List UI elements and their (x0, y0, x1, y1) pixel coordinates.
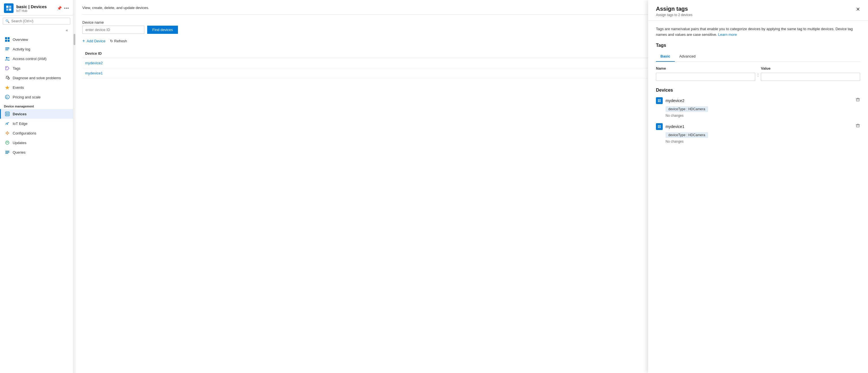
events-icon (5, 85, 10, 90)
sidebar-item-label: Devices (13, 112, 27, 116)
sidebar-item-updates[interactable]: Updates (0, 138, 73, 148)
device-entry-header: mydevice2 (656, 97, 856, 104)
search-input[interactable] (11, 19, 68, 23)
sidebar-item-activity-log[interactable]: Activity log (0, 44, 73, 54)
device-link[interactable]: mydevice2 (85, 61, 103, 65)
device-entry-header: mydevice1 (656, 123, 856, 130)
panel-header: Assign tags Assign tags to 2 devices ✕ (648, 0, 868, 21)
svg-marker-15 (5, 86, 9, 90)
search-icon: 🔍 (5, 19, 9, 23)
sidebar-item-label: Diagnose and solve problems (13, 76, 61, 80)
svg-rect-38 (658, 125, 659, 126)
svg-rect-30 (658, 99, 659, 100)
assign-tags-panel: Assign tags Assign tags to 2 devices ✕ T… (648, 0, 868, 373)
device-delete-button[interactable] (856, 123, 860, 129)
refresh-label: Refresh (114, 39, 127, 43)
svg-rect-9 (5, 49, 9, 49)
sidebar-item-label: Tags (13, 66, 20, 70)
sidebar-item-label: Access control (IAM) (13, 57, 46, 61)
tags-tabs: Basic Advanced (656, 52, 860, 62)
diagnose-icon (5, 75, 10, 80)
pin-icon: 📌 (57, 6, 62, 10)
sidebar-item-overview[interactable]: Overview (0, 35, 73, 44)
svg-point-23 (7, 123, 8, 125)
svg-rect-39 (660, 125, 660, 126)
activity-log-icon (5, 46, 10, 52)
svg-rect-18 (5, 112, 9, 116)
svg-rect-21 (6, 114, 7, 115)
svg-text:$: $ (6, 96, 8, 99)
device-name: mydevice1 (665, 124, 684, 129)
sidebar-item-tags[interactable]: Tags (0, 63, 73, 73)
device-id-input[interactable] (82, 26, 144, 34)
tags-icon (5, 66, 10, 71)
svg-rect-6 (5, 40, 7, 42)
pricing-icon: $ (5, 94, 10, 99)
trash-icon (856, 123, 860, 128)
svg-rect-3 (9, 8, 11, 11)
sidebar: basic | Devices IoT Hub 📌 ••• 🔍 « Overvi… (0, 0, 73, 373)
sidebar-header: basic | Devices IoT Hub 📌 ••• (0, 0, 73, 15)
colon-separator: : (757, 66, 758, 77)
svg-rect-20 (8, 113, 8, 114)
panel-desc-text: Tags are name/value pairs that enable yo… (656, 27, 853, 37)
tag-value-input[interactable] (761, 73, 860, 81)
sidebar-collapse-button[interactable]: « (66, 28, 68, 32)
find-devices-button[interactable]: Find devices (147, 26, 178, 34)
sidebar-pin-area: 📌 ••• (57, 6, 69, 10)
sidebar-item-queries[interactable]: Queries (0, 148, 73, 157)
sidebar-item-devices[interactable]: Devices (0, 109, 73, 119)
add-device-button[interactable]: + Add Device (82, 38, 105, 43)
svg-rect-8 (5, 48, 9, 48)
sidebar-item-label: Events (13, 86, 24, 90)
svg-rect-5 (8, 37, 9, 39)
tags-section-title: Tags (656, 43, 860, 48)
svg-rect-7 (8, 40, 9, 42)
device-entry: mydevice1 deviceType : HDCamera No chang… (656, 123, 860, 144)
svg-rect-0 (6, 6, 8, 8)
svg-rect-22 (8, 114, 8, 115)
sidebar-item-access-control[interactable]: Access control (IAM) (0, 54, 73, 63)
svg-point-12 (8, 57, 9, 58)
iot-edge-icon (5, 121, 10, 126)
device-delete-button[interactable] (856, 97, 860, 103)
sidebar-item-events[interactable]: Events (0, 83, 73, 92)
tab-basic[interactable]: Basic (656, 52, 675, 62)
tab-advanced[interactable]: Advanced (675, 52, 700, 62)
learn-more-link[interactable]: Learn more (718, 32, 737, 37)
panel-close-button[interactable]: ✕ (856, 6, 860, 12)
device-no-changes: No changes (665, 114, 856, 118)
sidebar-title-block: basic | Devices IoT Hub (17, 4, 47, 12)
sidebar-resource-subtitle: IoT Hub (17, 9, 47, 12)
queries-icon (5, 150, 10, 155)
sidebar-item-diagnose[interactable]: Diagnose and solve problems (0, 73, 73, 83)
sidebar-item-label: Pricing and scale (13, 95, 41, 99)
svg-rect-1 (9, 6, 11, 8)
access-control-icon (5, 56, 10, 61)
sidebar-resource-title: basic | Devices (17, 4, 47, 9)
device-tag-badge: deviceType : HDCamera (665, 132, 708, 138)
tag-name-input[interactable] (656, 73, 755, 81)
svg-rect-31 (660, 99, 660, 100)
device-chip-icon (656, 97, 663, 104)
trash-icon (856, 97, 860, 102)
svg-rect-4 (5, 37, 7, 39)
more-icon: ••• (64, 6, 69, 10)
refresh-icon: ↻ (110, 39, 113, 43)
sidebar-item-configurations[interactable]: Configurations (0, 128, 73, 138)
device-entry-info: mydevice2 deviceType : HDCamera No chang… (656, 97, 856, 118)
sidebar-search-box[interactable]: 🔍 (3, 18, 70, 25)
refresh-button[interactable]: ↻ Refresh (110, 39, 127, 43)
sidebar-item-iot-edge[interactable]: IoT Edge (0, 119, 73, 128)
sidebar-item-pricing[interactable]: $ Pricing and scale (0, 92, 73, 102)
overview-icon (5, 37, 10, 42)
svg-rect-27 (5, 152, 9, 153)
svg-rect-37 (658, 125, 661, 128)
device-chip-icon (656, 123, 663, 130)
panel-title: Assign tags (656, 6, 692, 12)
svg-point-13 (6, 67, 7, 68)
svg-point-25 (6, 141, 9, 144)
name-column-header: Name (656, 66, 755, 70)
tags-value-column: Value (761, 66, 860, 81)
device-link[interactable]: mydevice1 (85, 71, 103, 75)
